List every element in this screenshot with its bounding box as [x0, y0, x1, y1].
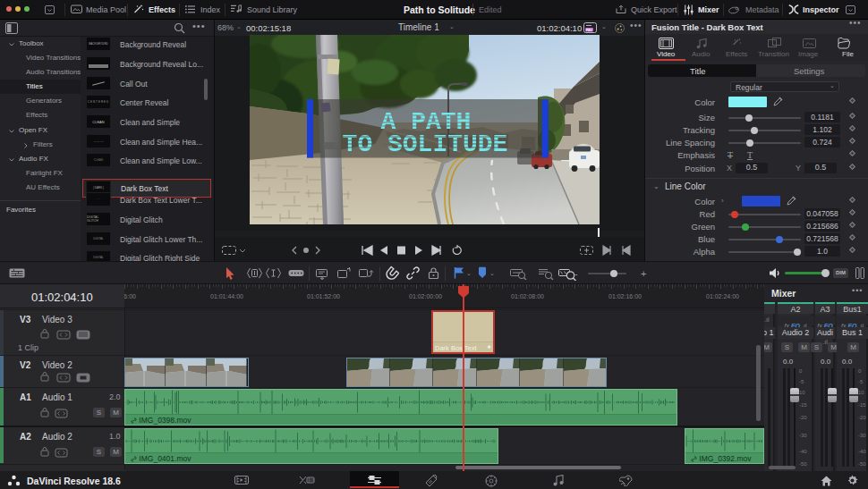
- svg-text:TO SOLITUDE: TO SOLITUDE: [343, 131, 508, 158]
- svg-text:PAV: PAV: [586, 29, 592, 32]
